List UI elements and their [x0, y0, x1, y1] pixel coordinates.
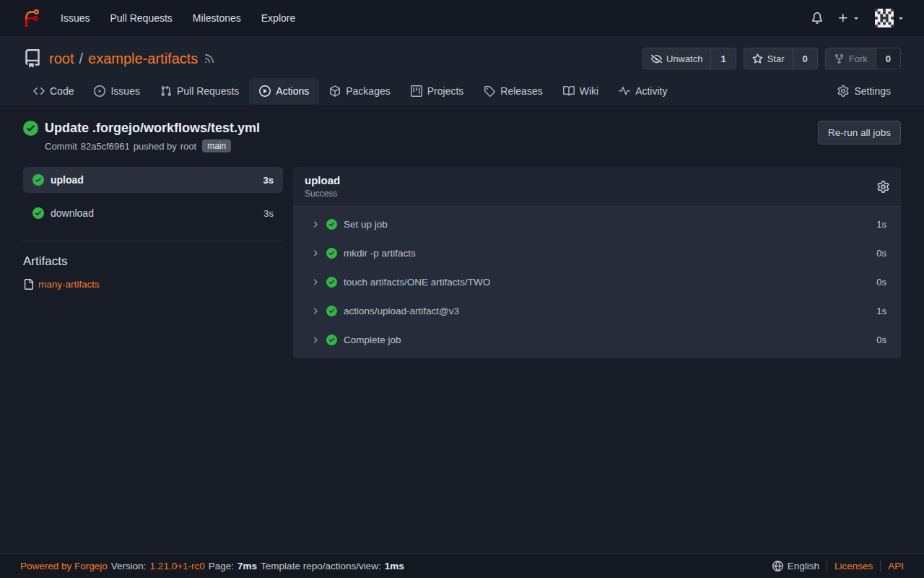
- chevron-right-icon: [310, 220, 320, 229]
- repo-title: root / example-artifacts: [49, 51, 198, 67]
- licenses-link[interactable]: Licenses: [834, 561, 873, 571]
- unwatch-button[interactable]: Unwatch: [643, 48, 711, 69]
- run-title: Update .forgejo/workflows/test.yml: [45, 121, 260, 136]
- artifacts-heading: Artifacts: [23, 254, 283, 269]
- step-row-upload-artifact[interactable]: actions/upload-artifact@v3 1s: [293, 296, 901, 325]
- run-header: Update .forgejo/workflows/test.yml Commi…: [23, 121, 901, 152]
- nav-item-explore[interactable]: Explore: [251, 0, 305, 36]
- job-steps-list: Set up job 1s mkdir -p artifacts 0s touc…: [293, 207, 901, 358]
- api-link[interactable]: API: [888, 561, 904, 571]
- code-icon: [33, 85, 45, 97]
- run-commit-info: Commit 82a5cf6961 pushed by root main: [45, 139, 260, 152]
- tab-activity[interactable]: Activity: [609, 78, 677, 105]
- version-link[interactable]: 1.21.0+1-rc0: [150, 561, 205, 571]
- language-selector[interactable]: English: [772, 561, 819, 571]
- run-columns: upload 3s download 3s Artifacts many-art…: [23, 167, 901, 358]
- job-item-upload[interactable]: upload 3s: [23, 167, 283, 193]
- file-icon: [23, 279, 34, 290]
- gear-icon: [877, 181, 889, 193]
- watchers-count[interactable]: 1: [710, 48, 735, 69]
- branch-badge[interactable]: main: [202, 139, 231, 152]
- commit-sha-link[interactable]: 82a5cf6961: [81, 141, 130, 152]
- step-duration: 0s: [876, 248, 886, 259]
- star-label: Star: [767, 53, 785, 64]
- rerun-all-jobs-button[interactable]: Re-run all jobs: [818, 121, 901, 144]
- step-row-mkdir[interactable]: mkdir -p artifacts 0s: [293, 238, 901, 267]
- forgejo-logo[interactable]: [12, 0, 51, 36]
- tab-actions[interactable]: Actions: [249, 78, 319, 105]
- job-item-download[interactable]: download 3s: [23, 200, 283, 226]
- tab-issues[interactable]: Issues: [84, 78, 149, 105]
- tab-code-label: Code: [50, 85, 74, 97]
- tab-projects[interactable]: Projects: [401, 78, 474, 105]
- check-circle-icon: [326, 277, 337, 288]
- tab-settings[interactable]: Settings: [827, 78, 901, 105]
- commit-author-link[interactable]: root: [180, 141, 196, 152]
- tab-packages[interactable]: Packages: [319, 78, 400, 105]
- template-time-label: Template repo/actions/view:: [261, 561, 381, 571]
- fork-button: Fork: [826, 48, 876, 69]
- check-circle-icon: [32, 207, 44, 219]
- repo-title-separator: /: [79, 51, 83, 67]
- navbar-right: [804, 0, 912, 36]
- fork-label: Fork: [849, 53, 868, 64]
- run-title-block: Update .forgejo/workflows/test.yml Commi…: [23, 121, 260, 152]
- nav-item-issues[interactable]: Issues: [51, 0, 100, 36]
- repo-icon: [23, 49, 42, 68]
- tab-actions-label: Actions: [276, 85, 309, 97]
- job-options-button[interactable]: [877, 180, 889, 193]
- repo-header: root / example-artifacts Unwatch 1 Star …: [0, 36, 924, 105]
- gear-icon: [837, 85, 849, 97]
- nav-item-pull-requests[interactable]: Pull Requests: [100, 0, 182, 36]
- repo-owner-link[interactable]: root: [49, 51, 74, 67]
- star-icon: [752, 53, 763, 64]
- star-button-group: Star 0: [744, 48, 818, 69]
- stars-count[interactable]: 0: [793, 48, 817, 69]
- tab-releases[interactable]: Releases: [474, 78, 552, 105]
- create-new-dropdown[interactable]: [830, 12, 868, 24]
- job-duration: 3s: [263, 175, 274, 186]
- caret-down-icon: [897, 14, 905, 22]
- artifact-name: many-artifacts: [38, 279, 100, 290]
- chevron-right-icon: [310, 335, 320, 345]
- notifications-button[interactable]: [804, 12, 830, 24]
- user-menu-dropdown[interactable]: [868, 9, 912, 27]
- git-pull-request-icon: [160, 85, 172, 97]
- globe-icon: [772, 561, 783, 571]
- package-icon: [329, 85, 341, 97]
- pushed-by-label: pushed by: [134, 141, 177, 152]
- tab-pull-requests[interactable]: Pull Requests: [150, 78, 249, 105]
- powered-by-forgejo-link[interactable]: Powered by Forgejo: [20, 561, 108, 571]
- check-circle-icon: [326, 306, 337, 316]
- job-panel-title: upload: [305, 174, 340, 186]
- chevron-right-icon: [310, 277, 320, 287]
- repo-name-link[interactable]: example-artifacts: [88, 51, 198, 67]
- star-button[interactable]: Star: [744, 48, 793, 69]
- job-detail-panel: upload Success Set up job 1s mkdir -p: [293, 167, 901, 358]
- job-panel-title-block: upload Success: [305, 174, 340, 199]
- unwatch-label: Unwatch: [666, 53, 703, 64]
- tab-packages-label: Packages: [346, 85, 390, 97]
- nav-item-milestones[interactable]: Milestones: [183, 0, 251, 36]
- run-title-row: Update .forgejo/workflows/test.yml: [23, 121, 260, 136]
- forks-count[interactable]: 0: [876, 48, 900, 69]
- check-circle-icon: [326, 248, 337, 259]
- step-row-complete-job[interactable]: Complete job 0s: [293, 325, 901, 354]
- step-row-touch-artifacts[interactable]: touch artifacts/ONE artifacts/TWO 0s: [293, 267, 901, 296]
- bell-icon: [811, 12, 823, 24]
- caret-down-icon: [852, 14, 860, 22]
- job-status: Success: [305, 189, 340, 199]
- book-icon: [563, 85, 575, 97]
- jobs-sidebar: upload 3s download 3s Artifacts many-art…: [23, 167, 283, 290]
- tab-code[interactable]: Code: [23, 78, 84, 105]
- sidebar-divider: [23, 241, 283, 241]
- tab-wiki[interactable]: Wiki: [553, 78, 609, 105]
- play-circle-icon: [259, 85, 271, 97]
- language-label: English: [788, 561, 819, 571]
- rss-icon[interactable]: [204, 53, 215, 64]
- step-name: mkdir -p artifacts: [344, 248, 416, 259]
- artifact-link-many-artifacts[interactable]: many-artifacts: [23, 279, 283, 290]
- step-row-set-up-job[interactable]: Set up job 1s: [293, 210, 901, 238]
- check-circle-icon: [326, 335, 337, 345]
- job-duration: 3s: [263, 208, 274, 219]
